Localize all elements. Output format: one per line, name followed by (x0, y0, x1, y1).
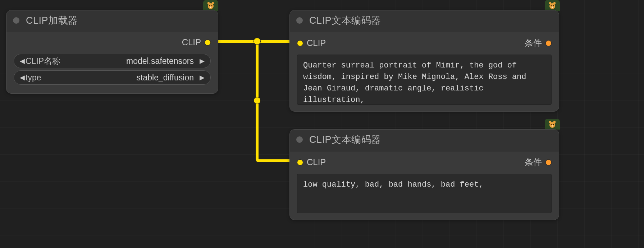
widget-label: type (26, 73, 41, 83)
svg-point-16 (553, 124, 554, 125)
port-dot-icon[interactable] (297, 40, 303, 46)
node-title: CLIP加载器 (26, 14, 78, 27)
svg-point-15 (551, 124, 552, 125)
svg-point-2 (212, 2, 214, 4)
wire-junction (254, 97, 261, 104)
chevron-left-icon[interactable]: ◀ (19, 74, 26, 81)
port-dot-icon[interactable] (545, 40, 552, 46)
svg-point-4 (211, 5, 213, 6)
node-header[interactable]: CLIP加载器 (6, 10, 218, 32)
svg-point-14 (553, 121, 556, 123)
port-dot-icon[interactable] (545, 159, 552, 165)
input-port-clip[interactable]: CLIP (297, 157, 326, 167)
widget-type[interactable]: ◀ type stable_diffusion ▶ (14, 70, 211, 85)
input-port-clip[interactable]: CLIP (297, 38, 326, 48)
wire-junction (254, 38, 261, 45)
svg-point-5 (210, 7, 211, 8)
node-clip-loader[interactable]: CLIP加载器 CLIP ◀ CLIP名称 model.safetensors … (6, 10, 218, 94)
node-badge-icon (545, 0, 560, 11)
chevron-left-icon[interactable]: ◀ (19, 57, 26, 65)
node-clip-text-encoder-positive[interactable]: CLIP文本编码器 CLIP 条件 Quarter surreal portra… (289, 10, 559, 112)
svg-point-10 (553, 5, 554, 6)
port-dot-icon[interactable] (297, 159, 303, 165)
widget-clip-name[interactable]: ◀ CLIP名称 model.safetensors ▶ (14, 54, 211, 68)
svg-point-8 (553, 2, 556, 4)
collapse-dot-icon[interactable] (296, 17, 303, 24)
node-badge-icon (545, 119, 560, 130)
port-label: CLIP (307, 38, 326, 48)
node-header[interactable]: CLIP文本编码器 (290, 130, 559, 151)
svg-point-11 (552, 7, 553, 8)
widget-value: model.safetensors (126, 56, 194, 66)
collapse-dot-icon[interactable] (296, 136, 303, 143)
node-title: CLIP文本编码器 (309, 14, 381, 27)
node-badge-icon (203, 0, 218, 11)
output-port-conditioning[interactable]: 条件 (525, 37, 552, 49)
port-label: CLIP (307, 157, 326, 167)
output-port-clip[interactable]: CLIP (182, 37, 211, 47)
output-port-conditioning[interactable]: 条件 (525, 156, 552, 168)
chevron-right-icon[interactable]: ▶ (199, 74, 205, 81)
svg-point-9 (551, 5, 552, 6)
widget-value: stable_diffusion (137, 73, 194, 83)
widget-label: CLIP名称 (26, 56, 60, 67)
node-title: CLIP文本编码器 (309, 133, 381, 146)
svg-point-13 (549, 121, 551, 123)
svg-point-7 (549, 2, 551, 4)
prompt-textarea[interactable]: low quality, bad, bad hands, bad feet, (297, 174, 552, 213)
port-label: 条件 (525, 37, 542, 49)
svg-point-17 (552, 126, 553, 127)
node-header[interactable]: CLIP文本编码器 (290, 10, 559, 32)
collapse-dot-icon[interactable] (13, 17, 19, 24)
svg-point-1 (207, 2, 210, 4)
port-label: CLIP (182, 37, 201, 47)
svg-point-3 (209, 5, 210, 6)
port-label: 条件 (525, 156, 542, 168)
chevron-right-icon[interactable]: ▶ (199, 57, 205, 65)
prompt-textarea[interactable]: Quarter surreal portrait of Mimir, the g… (297, 55, 552, 105)
port-dot-icon[interactable] (205, 39, 211, 46)
node-clip-text-encoder-negative[interactable]: CLIP文本编码器 CLIP 条件 low quality, bad, bad … (289, 129, 559, 220)
